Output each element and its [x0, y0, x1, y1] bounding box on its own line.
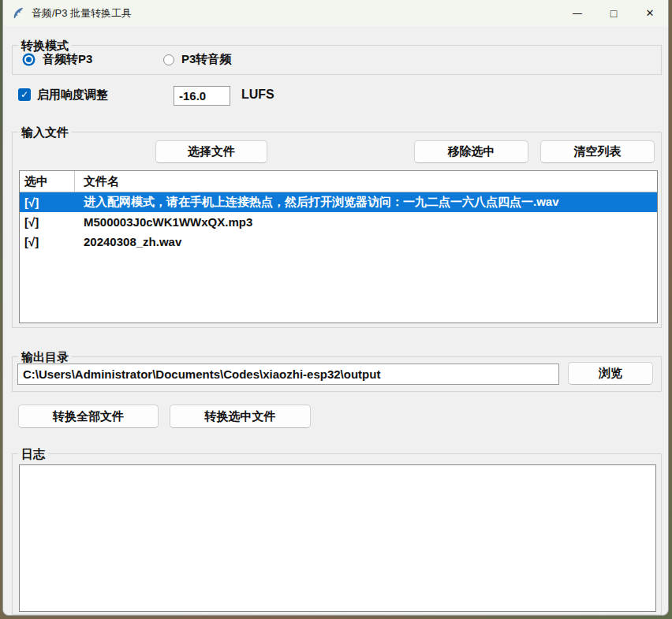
lufs-input[interactable] [174, 86, 230, 106]
file-row[interactable]: [√] M500003J0cWK1WWxQX.mp3 [20, 212, 657, 232]
radio-p3-to-audio[interactable]: P3转音频 [163, 52, 231, 67]
minimize-icon[interactable]: — [559, 0, 595, 26]
radio-audio-to-p3[interactable]: 音频转P3 [22, 52, 92, 67]
output-path-input[interactable] [17, 364, 559, 385]
row-checked-cell[interactable]: [√] [20, 215, 75, 229]
convert-all-button[interactable]: 转换全部文件 [18, 405, 159, 428]
select-files-button[interactable]: 选择文件 [155, 140, 267, 163]
file-list[interactable]: 选中 文件名 [√] 进入配网模式，请在手机上连接热点，然后打开浏览器访问：一九… [19, 170, 658, 323]
output-dir-frame: 输出目录 浏览 [12, 356, 662, 392]
remove-selected-button[interactable]: 移除选中 [414, 140, 528, 163]
input-files-frame: 输入文件 选择文件 移除选中 清空列表 选中 文件名 [√] 进入配网模式，请在… [12, 132, 662, 328]
log-label: 日志 [18, 446, 48, 461]
lufs-unit-label: LUFS [241, 88, 274, 102]
clear-list-button[interactable]: 清空列表 [540, 140, 655, 163]
title-bar[interactable]: 音频/P3 批量转换工具 — □ ✕ [3, 0, 668, 26]
loudness-checkbox[interactable]: ✓ [18, 88, 31, 101]
row-filename-cell[interactable]: M500003J0cWK1WWxQX.mp3 [75, 215, 252, 229]
log-frame: 日志 [12, 453, 662, 615]
file-list-header: 选中 文件名 [20, 171, 657, 192]
column-header-checked[interactable]: 选中 [20, 171, 75, 192]
radio-label: P3转音频 [181, 52, 231, 67]
file-row[interactable]: [√] 进入配网模式，请在手机上连接热点，然后打开浏览器访问：一九二点一六八点四… [20, 192, 657, 212]
output-dir-label: 输出目录 [18, 349, 72, 364]
row-filename-cell[interactable]: 20240308_zh.wav [75, 235, 181, 248]
browse-button[interactable]: 浏览 [568, 362, 653, 385]
input-files-label: 输入文件 [18, 125, 72, 140]
maximize-icon[interactable]: □ [595, 0, 632, 26]
window-title: 音频/P3 批量转换工具 [32, 6, 132, 21]
mode-group-frame: 转换模式 音频转P3 P3转音频 [12, 45, 662, 75]
convert-selected-button[interactable]: 转换选中文件 [170, 405, 311, 428]
radio-label: 音频转P3 [43, 52, 92, 67]
window-controls: — □ ✕ [559, 0, 668, 26]
radio-unselected-icon [163, 54, 174, 65]
log-textarea[interactable] [19, 464, 656, 612]
row-checked-cell[interactable]: [√] [20, 196, 75, 209]
feather-app-icon [12, 7, 24, 20]
row-filename-cell[interactable]: 进入配网模式，请在手机上连接热点，然后打开浏览器访问：一九二点一六八点四点一.w… [75, 195, 559, 210]
close-icon[interactable]: ✕ [632, 0, 668, 26]
row-checked-cell[interactable]: [√] [20, 235, 75, 248]
column-header-filename[interactable]: 文件名 [75, 171, 657, 192]
checkmark-icon: ✓ [21, 89, 28, 100]
radio-selected-icon [26, 57, 32, 62]
app-window: 音频/P3 批量转换工具 — □ ✕ 转换模式 音频转P3 P3转音频 ✓ 启用… [2, 0, 669, 616]
mode-group-label: 转换模式 [18, 38, 72, 53]
file-row[interactable]: [√] 20240308_zh.wav [20, 232, 657, 252]
loudness-label[interactable]: 启用响度调整 [37, 88, 108, 103]
